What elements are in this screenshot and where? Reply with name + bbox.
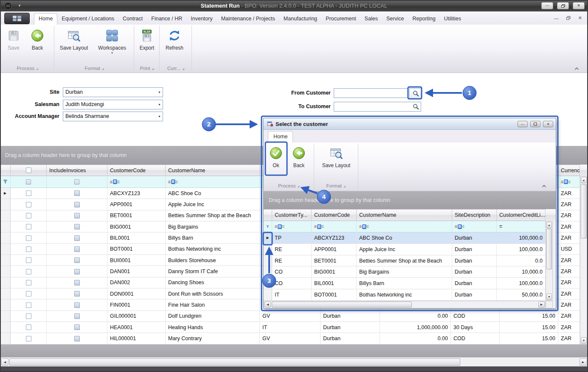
dialog-row-indicator[interactable]: [264, 244, 272, 255]
dialog-row-indicator[interactable]: [264, 278, 272, 289]
ribbon-tab-contract[interactable]: Contract: [118, 14, 147, 25]
ribbon-tab-maintenance-projects[interactable]: Maintenance / Projects: [217, 14, 279, 25]
ok-button[interactable]: Ok: [266, 144, 286, 182]
to-customer-search-button[interactable]: [413, 103, 419, 110]
dialog-customer-row[interactable]: COBIG0001Big BargainsDurban10,000.0: [264, 266, 546, 278]
dialog-save-layout-button[interactable]: Save Layout: [318, 144, 354, 182]
row-select-checkbox[interactable]: [26, 235, 31, 241]
row-select-checkbox[interactable]: [26, 302, 31, 308]
dialog-customer-row[interactable]: ITBOT0001Bothas Networking incDurban50,0…: [264, 289, 546, 301]
dialog-vertical-scrollbar[interactable]: ▲ ▼: [546, 221, 553, 301]
salesman-combo[interactable]: Judith Mudzengi ▼: [63, 100, 163, 109]
row-select-checkbox[interactable]: [26, 280, 31, 285]
filter-cell-sitedescription[interactable]: aBc: [452, 221, 497, 232]
dialog-back-button[interactable]: Back: [288, 144, 309, 182]
from-customer-search-button[interactable]: [409, 88, 422, 99]
scroll-right-icon[interactable]: ▶: [538, 302, 545, 308]
ribbon-tab-reporting[interactable]: Reporting: [408, 14, 440, 25]
ribbon-tab-procurement[interactable]: Procurement: [321, 14, 360, 25]
ribbon-tab-inventory[interactable]: Inventory: [186, 14, 217, 25]
include-invoices-checkbox[interactable]: [74, 313, 80, 319]
row-select-checkbox[interactable]: [26, 224, 31, 229]
dialog-maximize-button[interactable]: [530, 121, 540, 127]
collapse-ribbon-icon[interactable]: [540, 183, 548, 189]
dialog-grid-group-panel[interactable]: Drag a column header here to group by th…: [264, 191, 556, 209]
column-header-customercode[interactable]: CustomerCode: [107, 165, 166, 176]
row-select-checkbox[interactable]: [26, 257, 31, 263]
include-invoices-checkbox[interactable]: [74, 336, 80, 341]
filter-cell-customername[interactable]: aBc: [357, 221, 452, 232]
dialog-row-indicator[interactable]: ▶: [264, 232, 272, 244]
filter-cell-customername[interactable]: aBc: [166, 176, 260, 188]
close-button[interactable]: ✕: [573, 2, 585, 9]
filter-cell-creditlimit[interactable]: =: [497, 221, 546, 232]
dialog-tab-home[interactable]: Home: [268, 131, 293, 143]
filter-cell-currency[interactable]: aBc: [558, 176, 580, 188]
filter-cell-select[interactable]: [11, 176, 47, 188]
include-invoices-checkbox[interactable]: [74, 235, 80, 241]
ribbon-tab-equipment-locations[interactable]: Equipment / Locations: [57, 14, 118, 25]
customer-row[interactable]: GIL000001Dolf LundgrenGVDurban0.00COD15.…: [0, 311, 580, 322]
filter-cell-customertype[interactable]: aBc: [272, 221, 312, 232]
dialog-customer-row[interactable]: ▶TPABCXYZ123ABC Shoe CoDurban100,000.0: [264, 232, 546, 244]
row-select-checkbox[interactable]: [26, 246, 31, 252]
ribbon-tab-home[interactable]: Home: [34, 13, 57, 25]
customer-row[interactable]: HEA0001Healing HandsITDurban1,000,000.00…: [0, 322, 580, 333]
filter-cell-customercode[interactable]: aBc: [107, 176, 166, 188]
collapse-ribbon-icon[interactable]: [572, 65, 581, 71]
include-invoices-checkbox[interactable]: [74, 246, 80, 252]
site-combo[interactable]: Durban ▼: [63, 87, 163, 97]
filter-cell-customercode[interactable]: aBc: [312, 221, 357, 232]
dialog-horizontal-scrollbar[interactable]: ◀ ▶: [264, 301, 546, 308]
dialog-customer-row[interactable]: REBET0001Betties Summer Shop at the Beac…: [264, 255, 546, 267]
include-invoices-checkbox[interactable]: [74, 302, 80, 308]
row-select-checkbox[interactable]: [26, 336, 31, 341]
account-manager-combo[interactable]: Belinda Sharmane ▼: [63, 112, 163, 121]
include-invoices-checkbox[interactable]: [74, 291, 80, 296]
column-header-customername[interactable]: CustomerName: [166, 165, 260, 176]
application-button[interactable]: [4, 13, 30, 24]
dialog-customer-row[interactable]: COBIL0001Billys BarnDurban100,000.0: [264, 278, 546, 289]
dialog-row-indicator[interactable]: [264, 289, 272, 301]
filter-cell-includeinvoices[interactable]: [47, 176, 107, 188]
select-all-checkbox[interactable]: [26, 168, 31, 173]
include-invoices-checkbox[interactable]: [74, 224, 80, 229]
row-select-checkbox[interactable]: [26, 202, 31, 207]
main-grid-vertical-scrollbar[interactable]: ▲ ▼: [580, 176, 587, 344]
ribbon-tab-sales[interactable]: Sales: [360, 14, 382, 25]
ribbon-close-icon[interactable]: ✕: [578, 15, 582, 21]
scroll-down-icon[interactable]: ▼: [546, 294, 552, 300]
include-invoices-checkbox[interactable]: [74, 213, 80, 218]
include-invoices-checkbox[interactable]: [74, 190, 80, 196]
refresh-button[interactable]: Refresh: [160, 26, 188, 64]
ribbon-tab-service[interactable]: Service: [382, 14, 408, 25]
scrollbar-thumb[interactable]: [9, 358, 460, 366]
column-header-currency[interactable]: Currency: [558, 165, 580, 176]
scroll-right-icon[interactable]: ▶: [580, 358, 587, 366]
scroll-left-icon[interactable]: ◀: [1, 358, 8, 366]
ribbon-tab-finance-hr[interactable]: Finance / HR: [147, 14, 186, 25]
scrollbar-thumb[interactable]: [272, 302, 412, 308]
column-header-customercode[interactable]: CustomerCode: [312, 209, 357, 221]
row-select-checkbox[interactable]: [26, 269, 31, 274]
row-select-checkbox[interactable]: [26, 190, 31, 196]
dialog-close-button[interactable]: ✕: [543, 121, 553, 127]
select-column-header[interactable]: [11, 165, 47, 176]
include-invoices-checkbox[interactable]: [74, 269, 80, 274]
export-button[interactable]: XLSX Export: [135, 26, 159, 64]
save-layout-button[interactable]: Save Layout: [56, 26, 92, 64]
row-select-checkbox[interactable]: [26, 213, 31, 218]
column-header-sitedescription[interactable]: SiteDescription: [452, 209, 497, 221]
dialog-row-indicator[interactable]: [264, 255, 272, 267]
ribbon-minimize-icon[interactable]: —: [554, 16, 559, 21]
scroll-up-icon[interactable]: ▲: [581, 177, 587, 183]
column-header-customercreditlimit[interactable]: CustomerCreditLi...: [497, 209, 546, 221]
to-customer-input[interactable]: [334, 102, 421, 112]
scrollbar-thumb[interactable]: [581, 184, 587, 238]
minimize-button[interactable]: —: [541, 2, 553, 9]
ribbon-restore-icon[interactable]: [566, 16, 571, 21]
dialog-minimize-button[interactable]: —: [518, 121, 528, 127]
scrollbar-thumb[interactable]: [546, 229, 552, 269]
column-header-includeinvoices[interactable]: IncludeInvoices: [47, 165, 107, 176]
from-customer-input[interactable]: [334, 88, 408, 98]
